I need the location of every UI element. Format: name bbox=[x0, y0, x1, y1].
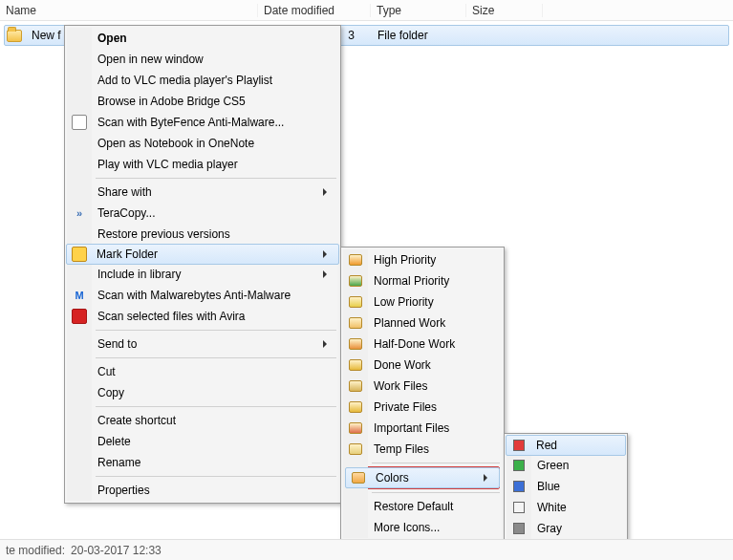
context-item-label: Rename bbox=[97, 456, 140, 469]
color-item-green[interactable]: Green bbox=[507, 455, 625, 476]
context-item-label: Browse in Adobe Bridge CS5 bbox=[97, 95, 246, 108]
separator bbox=[96, 406, 336, 407]
column-header-size[interactable]: Size bbox=[466, 4, 543, 17]
mark-item[interactable]: Important Files bbox=[343, 418, 502, 439]
avira-icon bbox=[72, 309, 87, 324]
context-item[interactable]: MScan with Malwarebytes Anti-Malware bbox=[67, 285, 338, 306]
palette-icon bbox=[351, 470, 366, 485]
color-item-label: White bbox=[537, 501, 567, 514]
context-item[interactable]: »TeraCopy... bbox=[67, 203, 338, 224]
color-item-label: Green bbox=[537, 459, 569, 472]
context-item[interactable]: Delete bbox=[67, 431, 338, 452]
mark-item-label: Important Files bbox=[374, 421, 449, 435]
mark-item-more-icons[interactable]: More Icons... bbox=[343, 517, 502, 538]
folder-color-icon bbox=[348, 273, 363, 289]
context-item[interactable]: Send to bbox=[67, 334, 338, 355]
status-value: 20-03-2017 12:33 bbox=[71, 544, 162, 557]
mark-item[interactable]: Work Files bbox=[343, 376, 502, 397]
file-list-header: Name Date modified Type Size bbox=[0, 0, 733, 21]
mark-item[interactable]: Temp Files bbox=[343, 439, 502, 460]
context-item-label: Properties bbox=[97, 484, 150, 497]
context-item[interactable]: Open bbox=[67, 28, 338, 49]
context-mark-folder[interactable]: Mark Folder bbox=[66, 244, 339, 265]
column-header-date[interactable]: Date modified bbox=[258, 4, 371, 17]
folder-color-icon bbox=[348, 442, 363, 457]
color-item-label: Red bbox=[536, 439, 557, 452]
context-item-label: Include in library bbox=[97, 268, 181, 281]
folder-color-icon bbox=[348, 378, 363, 394]
context-item-label: Add to VLC media player's Playlist bbox=[97, 74, 272, 87]
context-item[interactable]: Scan selected files with Avira bbox=[67, 306, 338, 327]
mark-item-restore-default[interactable]: Restore Default bbox=[343, 496, 502, 517]
mark-item[interactable]: Private Files bbox=[343, 397, 502, 418]
color-item-gray[interactable]: Gray bbox=[507, 518, 625, 539]
mark-item-label: High Priority bbox=[374, 253, 436, 267]
context-item[interactable]: Browse in Adobe Bridge CS5 bbox=[67, 91, 338, 112]
folder-color-icon bbox=[348, 294, 363, 310]
context-item-label: Share with bbox=[97, 185, 152, 199]
context-item[interactable]: Scan with ByteFence Anti-Malware... bbox=[67, 112, 338, 133]
context-item-label: Restore previous versions bbox=[97, 227, 230, 241]
context-item-label: Scan with Malwarebytes Anti-Malware bbox=[97, 289, 291, 302]
context-item-label: Play with VLC media player bbox=[97, 158, 238, 171]
context-menu-mark-folder: High PriorityNormal PriorityLow Priority… bbox=[340, 247, 505, 541]
context-item-label: Scan selected files with Avira bbox=[97, 310, 246, 323]
column-header-name[interactable]: Name bbox=[0, 4, 258, 17]
file-type: File folder bbox=[372, 29, 467, 42]
context-item[interactable]: Copy bbox=[67, 382, 338, 403]
separator bbox=[372, 463, 500, 463]
mark-item-label: Low Priority bbox=[374, 295, 434, 309]
context-item[interactable]: Properties bbox=[67, 480, 338, 501]
separator bbox=[372, 492, 500, 493]
folder-color-icon bbox=[348, 399, 363, 415]
mark-item-label: Private Files bbox=[374, 400, 437, 414]
markfolder-icon bbox=[72, 247, 87, 262]
color-item-blue[interactable]: Blue bbox=[507, 476, 625, 497]
context-item-label: Mark Folder bbox=[97, 248, 158, 261]
context-item[interactable]: Play with VLC media player bbox=[67, 154, 338, 175]
mark-item[interactable]: Done Work bbox=[343, 355, 502, 376]
separator bbox=[96, 178, 336, 179]
folder-icon bbox=[7, 30, 22, 42]
context-item-label: Send to bbox=[97, 337, 137, 351]
folder-color-icon bbox=[348, 336, 363, 352]
folder-color-icon bbox=[348, 420, 363, 436]
context-item[interactable]: Open in new window bbox=[67, 49, 338, 70]
teracopy-icon: » bbox=[72, 205, 87, 221]
context-item[interactable]: Add to VLC media player's Playlist bbox=[67, 70, 338, 91]
context-item-label: Create shortcut bbox=[97, 414, 176, 427]
mark-item-label: More Icons... bbox=[374, 521, 440, 534]
folder-color-icon bbox=[348, 252, 363, 268]
bytefence-icon bbox=[72, 115, 87, 130]
mark-item-label: Half-Done Work bbox=[374, 337, 455, 351]
context-item[interactable]: Restore previous versions bbox=[67, 224, 338, 245]
mark-item[interactable]: High Priority bbox=[343, 249, 502, 270]
context-item-label: Open in new window bbox=[97, 53, 204, 66]
context-item[interactable]: Open as Notebook in OneNote bbox=[67, 133, 338, 154]
malwarebytes-icon: M bbox=[72, 288, 87, 303]
context-item[interactable]: Share with bbox=[67, 182, 338, 203]
color-swatch-icon bbox=[511, 500, 527, 515]
color-item-white[interactable]: White bbox=[507, 497, 625, 518]
context-item[interactable]: Include in library bbox=[67, 264, 338, 285]
column-header-type[interactable]: Type bbox=[371, 4, 466, 17]
mark-item[interactable]: Low Priority bbox=[343, 291, 502, 312]
context-item-label: Scan with ByteFence Anti-Malware... bbox=[97, 116, 284, 129]
context-item[interactable]: Create shortcut bbox=[67, 410, 338, 431]
context-item[interactable]: Cut bbox=[67, 361, 338, 382]
color-item-red[interactable]: Red bbox=[506, 435, 626, 456]
mark-item[interactable]: Normal Priority bbox=[343, 270, 502, 291]
separator bbox=[96, 476, 336, 477]
folder-color-icon bbox=[348, 315, 363, 331]
mark-item[interactable]: Half-Done Work bbox=[343, 334, 502, 355]
context-item[interactable]: Rename bbox=[67, 452, 338, 473]
color-swatch-icon bbox=[511, 521, 527, 536]
context-item-label: Cut bbox=[97, 365, 116, 378]
mark-item-label: Colors bbox=[376, 471, 409, 485]
color-item-label: Blue bbox=[537, 480, 560, 493]
mark-item-label: Work Files bbox=[374, 379, 427, 393]
colors-highlight-box: Colors bbox=[345, 466, 500, 489]
mark-item[interactable]: Planned Work bbox=[343, 312, 502, 334]
mark-item-colors[interactable]: Colors bbox=[345, 467, 500, 488]
color-item-label: Gray bbox=[537, 522, 562, 535]
